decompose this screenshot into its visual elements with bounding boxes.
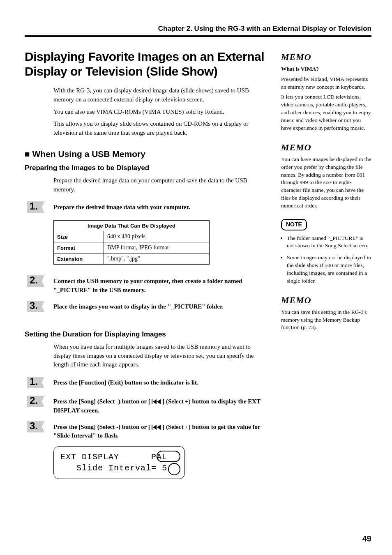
step-num-label: 3.: [30, 300, 38, 311]
step-num-label: 1.: [30, 376, 38, 387]
table-head: Image Data That Can Be Displayed: [54, 221, 210, 231]
prev-track-icon: [152, 398, 162, 405]
duration-lead: When you have data for multiple images s…: [53, 343, 270, 369]
memo-block-1: MEMO What is VIMA? Presented by Roland, …: [281, 51, 371, 132]
step-num-1: 1.: [25, 377, 53, 390]
page-number: 49: [362, 534, 371, 543]
step-b1: 1. Press the [Function] (Exit) button so…: [25, 377, 270, 390]
step-a3: 3. Place the images you want to display …: [25, 301, 270, 314]
step-num-label: 2.: [30, 274, 38, 286]
memo2-text: You can have images be displayed in the …: [281, 156, 371, 210]
subsection-duration-heading: Setting the Duration for Displaying Imag…: [25, 330, 270, 339]
step-b1-text: Press the [Function] (Exit) button so th…: [53, 377, 270, 387]
svg-marker-4: [153, 425, 157, 430]
side-column: MEMO What is VIMA? Presented by Roland, …: [281, 49, 371, 479]
memo3-text: You can save this setting in the RG-3's …: [281, 309, 371, 332]
section-usb-heading: ■ When Using a USB Memory: [25, 149, 270, 159]
lcd-row2: Slide Interval= 5: [60, 463, 178, 474]
memo-icon: MEMO: [281, 294, 371, 307]
step-num-2: 2.: [25, 275, 53, 288]
step-b3: 3. Press the [Song] (Select -) button or…: [25, 421, 270, 441]
step-b3-text: Press the [Song] (Select -) button or [ …: [53, 421, 270, 441]
step-num-label: 1.: [30, 200, 38, 212]
intro-p2: You can also use VIMA CD-ROMs (VIMA TUNE…: [53, 108, 270, 117]
step-b3-part1: Press the [Song] (Select -) button or [: [53, 424, 152, 430]
step-b2-part1: Press the [Song] (Select -) button or [: [53, 398, 152, 405]
step-a2-text: Connect the USB memory to your computer,…: [53, 275, 270, 295]
step-a3-text: Place the images you want to display in …: [53, 301, 270, 311]
intro-p3: This allows you to display slide shows c…: [53, 120, 270, 138]
note-block: NOTE The folder named "_PICTURE" is not …: [281, 219, 371, 285]
svg-rect-3: [152, 425, 152, 430]
step-b2: 2. Press the [Song] (Select -) button or…: [25, 396, 270, 415]
step-a1: 1. Prepare the desired image data with y…: [25, 201, 270, 214]
prev-track-icon: [152, 424, 162, 430]
main-column: Displaying Favorite Images on an Externa…: [25, 49, 270, 479]
intro-block: With the RG-3, you can display desired i…: [25, 86, 270, 138]
intro-p1: With the RG-3, you can display desired i…: [53, 86, 270, 104]
page-body: Displaying Favorite Images on an Externa…: [25, 49, 371, 479]
svg-rect-0: [152, 399, 152, 404]
note-li1: The folder named "_PICTURE" is not shown…: [287, 235, 371, 250]
table-row: Size 640 x 480 pixels: [54, 231, 210, 242]
table-row: Format BMP format, JPEG format: [54, 242, 210, 253]
chapter-header: Chapter 2. Using the RG-3 with an Extern…: [25, 25, 371, 37]
highlight-circle-icon: [168, 463, 180, 475]
memo-block-2: MEMO You can have images be displayed in…: [281, 141, 371, 210]
page-title: Displaying Favorite Images on an Externa…: [25, 49, 270, 79]
subsection-prepare-heading: Preparing the Images to be Displayed: [25, 164, 270, 172]
cell-size-key: Size: [54, 231, 104, 242]
step-num-2: 2.: [25, 396, 53, 409]
step-b2-text: Press the [Song] (Select -) button or [ …: [53, 396, 270, 415]
step-num-label: 2.: [30, 395, 38, 406]
cell-format-val: BMP format, JPEG format: [104, 242, 210, 253]
memo1-p1: Presented by Roland, VIMA represents an …: [281, 76, 371, 91]
image-spec-table: Image Data That Can Be Displayed Size 64…: [53, 220, 210, 265]
highlight-oval-icon: [157, 451, 180, 462]
step-num-1: 1.: [25, 201, 53, 214]
svg-marker-2: [157, 399, 161, 404]
memo1-p2: It lets you connect LCD televisions, vid…: [281, 93, 371, 132]
step-num-3: 3.: [25, 421, 53, 434]
memo1-title: What is VIMA?: [281, 65, 371, 73]
memo-icon: MEMO: [281, 51, 371, 64]
memo-icon: MEMO: [281, 141, 371, 154]
step-a1-text: Prepare the desired image data with your…: [53, 201, 270, 212]
svg-marker-1: [153, 399, 157, 404]
cell-format-key: Format: [54, 242, 104, 253]
cell-size-val: 640 x 480 pixels: [104, 231, 210, 242]
cell-ext-val: ".bmp", ".jpg": [104, 253, 210, 265]
note-li2: Some images may not be displayed in the …: [287, 254, 371, 285]
step-num-label: 3.: [30, 420, 38, 432]
memo-block-3: MEMO You can save this setting in the RG…: [281, 294, 371, 332]
table-row: Extension ".bmp", ".jpg": [54, 253, 210, 265]
note-icon: NOTE: [281, 219, 371, 230]
step-a2: 2. Connect the USB memory to your comput…: [25, 275, 270, 295]
prepare-lead: Prepare the desired image data on your c…: [53, 176, 270, 194]
step-num-3: 3.: [25, 301, 53, 314]
cell-ext-key: Extension: [54, 253, 104, 265]
lcd-display: EXT DISPLAY PAL Slide Interval= 5: [53, 446, 185, 479]
svg-marker-5: [157, 425, 161, 430]
